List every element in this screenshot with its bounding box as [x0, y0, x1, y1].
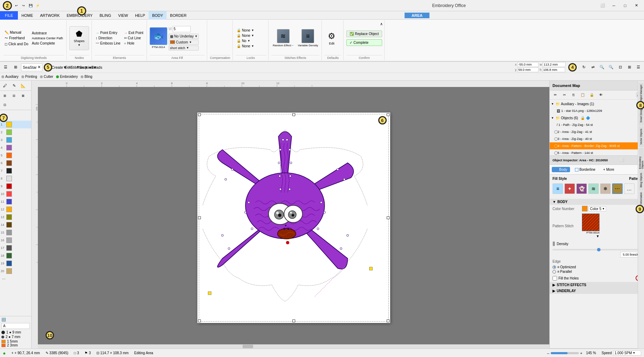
rotate-btn[interactable]: ↻ [579, 63, 588, 72]
handle-tm[interactable] [292, 113, 295, 116]
body-section-title[interactable]: ▼ BODY [550, 199, 644, 205]
handle-ml[interactable] [198, 216, 201, 219]
hole-btn[interactable]: ○ Hole [123, 41, 144, 46]
zoom-out-btn[interactable]: 🔍 [607, 63, 615, 72]
pattern-more[interactable]: … [624, 183, 635, 194]
menu-view[interactable]: VIEW [115, 11, 131, 20]
pattern-4[interactable]: ≋ [588, 183, 599, 194]
optimized-radio[interactable]: ≡ Optimized [553, 265, 641, 269]
color-item-12[interactable]: 12 [0, 206, 31, 213]
color-item-5[interactable]: 5 [0, 151, 31, 159]
w-input[interactable] [543, 62, 565, 67]
lock4-btn[interactable]: 🔒 None ▼ [236, 44, 255, 48]
save-button[interactable]: 💾 [27, 2, 34, 9]
custom-btn[interactable]: Custom ▼ [169, 40, 199, 45]
beads-btn[interactable]: ● Beads [91, 63, 100, 72]
grid-icon-1[interactable]: ⊞ [1, 92, 9, 100]
borderline-tab[interactable]: Borderline [572, 167, 598, 172]
autotrace-center-btn[interactable]: Autotrace Center Path [31, 36, 64, 40]
tree-area-4[interactable]: ⃝ 4 - Area - Pattern - Border: Zig-Zag -… [550, 142, 644, 149]
inspector-expand[interactable]: ⬜ [620, 158, 624, 162]
h-input[interactable] [542, 67, 565, 72]
exit-point-btn[interactable]: → Exit Point [123, 31, 144, 35]
flip-btn[interactable]: ⇌ [589, 63, 597, 72]
menu-embroidery[interactable]: EMBROIDERY [63, 11, 96, 20]
menu-border[interactable]: BORDER [167, 11, 190, 20]
scroll-thumb[interactable] [243, 345, 253, 348]
handle-tl[interactable] [198, 113, 201, 116]
zoom-in-status[interactable]: + [580, 351, 582, 355]
close-button[interactable]: ✕ [631, 1, 641, 11]
grid-icon-2[interactable]: ⊟ [10, 92, 18, 100]
tree-path-1[interactable]: / 1 - Path - Zig-Zag - 54 st [550, 121, 644, 128]
entry-point-btn[interactable]: → Point Entry [95, 31, 122, 35]
list-btn[interactable]: ☰ [634, 63, 643, 72]
parallel-radio[interactable]: ≡ Parallel [553, 270, 641, 274]
color-item-8[interactable]: 8 [0, 175, 31, 182]
color-item-2[interactable]: 2 [0, 128, 31, 136]
pattern-3[interactable]: 👻 [576, 183, 587, 194]
resize-button[interactable]: ⬜ [598, 1, 608, 11]
emboss-btn[interactable]: 〰 Emboss Line [95, 41, 122, 46]
color-item-17[interactable]: 17 [0, 244, 31, 252]
no-underlay-btn[interactable]: ▦ No Underlay ▼ [169, 34, 199, 39]
handle-br[interactable] [387, 319, 389, 322]
doc-scissors-btn[interactable]: ✂ [560, 91, 569, 99]
pattern-2[interactable]: ✦ [564, 183, 575, 194]
color-item-20[interactable]: 20 [0, 267, 31, 275]
freehand-btn[interactable]: 〜 FreeHand [4, 35, 29, 41]
left-icon-3[interactable]: 📐 [19, 81, 27, 90]
click-do-btn[interactable]: ◻ Click and Do [4, 42, 29, 46]
lock3-btn[interactable]: 🔒 No ▼ [236, 39, 255, 43]
embroidery-tab[interactable]: Embroidery [56, 75, 78, 79]
cutter-tab[interactable]: Cutter [40, 75, 53, 79]
shapes-button[interactable]: ⬟ Shapes ▼ [69, 26, 89, 50]
tool-2[interactable]: ⊞ [11, 63, 20, 72]
color-item-3[interactable]: 3 [0, 136, 31, 144]
color-item-7[interactable]: 7 [0, 167, 31, 175]
yellow-handle[interactable] [369, 267, 373, 270]
color-item-18[interactable]: 18 [0, 252, 31, 260]
tool-1[interactable]: ☰ [1, 63, 10, 72]
handle-mr[interactable] [387, 216, 389, 219]
menu-help[interactable]: HELP [131, 11, 149, 20]
grid-btn[interactable]: ⊞ [625, 63, 633, 72]
color-item-19[interactable]: 19 [0, 260, 31, 267]
printing-tab[interactable]: Printing [21, 75, 37, 79]
smart-design-tab[interactable]: Smart Design [639, 105, 644, 126]
area-tab[interactable]: AREA [405, 13, 429, 18]
lock1-btn[interactable]: 🔒 None ▼ [236, 28, 255, 33]
random-effect-btn[interactable]: ≋ Random Effect ~ [271, 26, 295, 50]
grid-icon-4[interactable]: ⊡ [1, 101, 9, 109]
tree-area-3[interactable]: ⃝ 3 - Area - Zig-Zag - 40 st [550, 135, 644, 142]
zoom-slider[interactable] [551, 352, 579, 354]
pattern-dropdown-btn[interactable]: ▼ [596, 234, 599, 238]
complete-btn[interactable]: ✓ Complete [346, 39, 382, 46]
pattern-preview[interactable] [582, 214, 599, 231]
undo-button[interactable]: ↩ [13, 2, 20, 9]
color-dropdown[interactable]: Color 5 ▼ [589, 206, 606, 211]
tree-area-5[interactable]: ⃝ 5 - Area - Pattern - 144 st [550, 149, 644, 156]
doc-copy-btn[interactable]: ⎘ [569, 91, 578, 99]
bling-objects-tab[interactable]: Bling Objects [639, 170, 644, 191]
stitch-effects-section[interactable]: ▶ STITCH EFFECTS [550, 282, 644, 288]
auxiliary-tab[interactable]: Auxiliary [1, 75, 19, 79]
color-item-9[interactable]: 9 [0, 182, 31, 190]
color-item-11[interactable]: 11 [0, 198, 31, 206]
tree-area-2[interactable]: ⃝ 2 - Area - Zig-Zag - 41 st [550, 128, 644, 135]
create-btn[interactable]: Create▼ [55, 63, 63, 72]
w-input[interactable] [172, 26, 191, 32]
color-item-10[interactable]: 10 [0, 190, 31, 198]
speed-dropdown[interactable]: 1.000 SPM ▼ [613, 350, 641, 356]
collapse-btn[interactable]: ∧ [380, 22, 383, 26]
x-input[interactable] [517, 62, 538, 67]
tree-star-image[interactable]: 🖼 1 - star 01A.png - 1280x1209 [550, 107, 644, 114]
menu-home[interactable]: HOME [18, 11, 36, 20]
color-item-6[interactable]: 6 [0, 159, 31, 167]
density-slider[interactable] [553, 249, 641, 250]
manual-btn[interactable]: ✏️ Manual [4, 30, 29, 35]
fit-btn[interactable]: ⊡ [616, 63, 624, 72]
color-item-more[interactable]: ⋯ [0, 275, 31, 283]
left-icon-1[interactable]: 🖊 [1, 81, 9, 90]
auto-complete-btn[interactable]: Auto Complete [31, 41, 64, 46]
